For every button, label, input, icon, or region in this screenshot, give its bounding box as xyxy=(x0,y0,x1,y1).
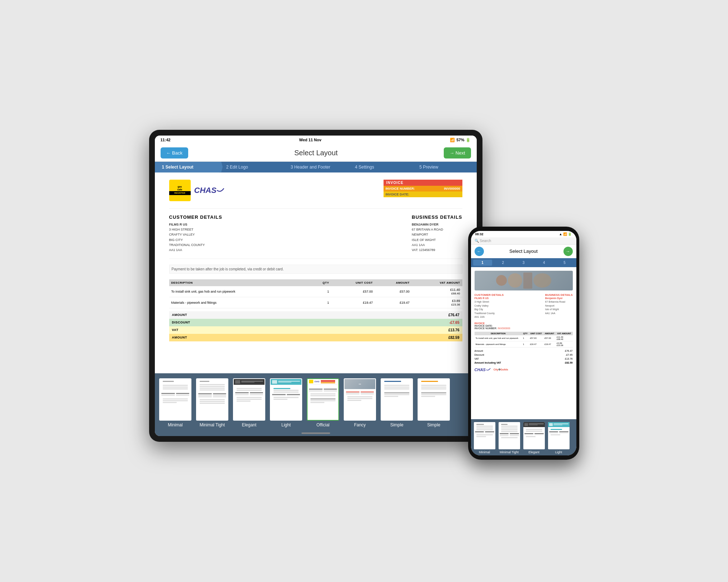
invoice-details-row: CUSTOMER DETAILS FILMS R US 3 HIGH STREE… xyxy=(169,208,462,259)
layout-strip: Minimal M xyxy=(155,373,477,430)
business-name: BENJAMIN DYER xyxy=(412,222,462,227)
tablet-status-bar: 11:42 Wed 11 Nov 📶 57% 🔋 xyxy=(155,136,477,145)
invoice-header-row: gassafe REGISTER CHAS INVOICE xyxy=(169,180,462,201)
phone-layout-label-elegant: Elegant xyxy=(528,450,539,454)
phone-back-button[interactable]: ← xyxy=(475,247,484,256)
phone-layout-label-minimal-tight: Minimal Tight xyxy=(500,450,519,454)
phone-page-title: Select Layout xyxy=(509,249,538,254)
progress-step-2[interactable]: 2 Edit Logo xyxy=(219,162,284,172)
progress-step-1[interactable]: 1 Select Layout xyxy=(155,162,219,172)
phone-layout-thumb-elegant xyxy=(523,422,545,449)
phone-step-3[interactable]: 3 xyxy=(514,260,533,266)
phone-step-5[interactable]: 5 xyxy=(555,260,574,266)
table-row: To install sink unit, gas hob and run pi… xyxy=(475,335,573,341)
customer-name: FILMS R US xyxy=(169,222,222,227)
phone-step-2[interactable]: 2 xyxy=(494,260,513,266)
layout-label-simple2: Simple xyxy=(427,422,441,427)
phone-layout-thumb-minimal xyxy=(474,422,495,449)
phone-invoice-img-top xyxy=(475,271,573,290)
chas-checkmark xyxy=(217,188,224,193)
search-icon: 🔍 xyxy=(475,239,480,243)
layout-label-elegant: Elegant xyxy=(242,422,257,427)
page-title: Select Layout xyxy=(294,149,338,157)
layout-thumb-simple2 xyxy=(418,378,450,421)
table-row: Materials - pipework and fittings 1 £19.… xyxy=(475,341,573,347)
layout-item-simple[interactable]: Simple xyxy=(380,378,414,427)
phone-layout-strip: Minimal Minimal Tight xyxy=(471,419,576,455)
phone-next-button[interactable]: → xyxy=(563,247,573,256)
phone-layout-item-minimal[interactable]: Minimal xyxy=(473,422,496,454)
layout-thumb-minimal-tight xyxy=(196,378,228,421)
phone: 08:32 ▲ 📶 🔋 🔍 Search ← Select Layout → 1… xyxy=(468,227,579,460)
layout-thumb-simple xyxy=(381,378,413,421)
logo-area: gassafe REGISTER CHAS xyxy=(169,180,224,201)
layout-label-minimal-tight: Minimal Tight xyxy=(200,422,225,427)
phone-signal: ▲ 📶 🔋 xyxy=(559,232,572,236)
phone-invoice-section: INVOICE INVOICE DATE: INVOICE NUMBER: IN… xyxy=(475,322,573,330)
phone-layout-item-elegant[interactable]: Elegant xyxy=(523,422,546,454)
invoice-preview: gassafe REGISTER CHAS INVOICE xyxy=(155,172,477,373)
tablet-header: ← Back Select Layout → Next xyxy=(155,145,477,162)
scroll-indicator xyxy=(155,430,477,436)
progress-step-5[interactable]: 5 Preview xyxy=(412,162,477,172)
phone-business-details: BUSINESS DETAILS Benjamin Dyer67 Britann… xyxy=(545,293,573,316)
totals-discount-row: DISCOUNT -£7.65 xyxy=(169,319,462,326)
payment-note: Payment to be taken after the job is com… xyxy=(169,265,462,274)
layout-item-official[interactable]: CHAS Official xyxy=(306,378,340,427)
phone-layout-item-minimal-tight[interactable]: Minimal Tight xyxy=(498,422,521,454)
tablet-date: Wed 11 Nov xyxy=(299,138,321,142)
phone-step-1[interactable]: 1 xyxy=(473,260,492,266)
phone-invoice-table: DESCRIPTION QTY UNIT COST AMOUNT VAT AMO… xyxy=(475,332,573,347)
business-address: 67 BRITANN A ROADNEWPORTISLE OF WIGHTAA1… xyxy=(412,227,462,253)
totals-vat-row: VAT £13.76 xyxy=(169,326,462,334)
layout-label-minimal: Minimal xyxy=(168,422,182,427)
phone-layout-thumb-light xyxy=(548,422,570,449)
layout-thumb-official: CHAS xyxy=(307,378,339,421)
phone-invoice-preview: CUSTOMER DETAILS FILMS R US3 High Street… xyxy=(471,267,576,419)
gas-safe-logo: gassafe REGISTER xyxy=(169,180,191,201)
layout-item-elegant[interactable]: Elegant xyxy=(232,378,266,427)
layout-item-simple2[interactable]: Simple xyxy=(417,378,451,427)
phone-screen: 08:32 ▲ 📶 🔋 🔍 Search ← Select Layout → 1… xyxy=(471,231,576,455)
phone-status-bar: 08:32 ▲ 📶 🔋 xyxy=(471,231,576,237)
layout-thumb-fancy: ▪▪▪ xyxy=(344,378,376,421)
layout-label-official: Official xyxy=(317,422,329,427)
phone-layout-thumb-minimal-tight xyxy=(499,422,520,449)
phone-steps: 1 2 3 4 5 xyxy=(471,258,576,267)
phone-inv-logos: CHAS City⚙Guilds xyxy=(475,368,573,372)
layout-label-fancy: Fancy xyxy=(354,422,366,427)
totals-total-row: AMOUNT £82.59 xyxy=(169,334,462,341)
layout-item-minimal-tight[interactable]: Minimal Tight xyxy=(195,378,229,427)
layout-item-light[interactable]: Light xyxy=(269,378,303,427)
progress-step-4[interactable]: 4 Settings xyxy=(348,162,412,172)
phone-header: ← Select Layout → xyxy=(471,245,576,258)
layout-item-minimal[interactable]: Minimal xyxy=(158,378,192,427)
phone-search-bar: 🔍 Search xyxy=(471,237,576,245)
back-button[interactable]: ← Back xyxy=(161,147,189,158)
progress-step-3[interactable]: 3 Header and Footer xyxy=(284,162,348,172)
scroll-pill xyxy=(301,432,330,434)
phone-time: 08:32 xyxy=(475,232,484,236)
phone-customer-details: CUSTOMER DETAILS FILMS R US3 High Street… xyxy=(475,293,504,319)
customer-address: 3 HIGH STREETCRAFTY VALLEYBIG CITYTRADIT… xyxy=(169,227,222,253)
tablet-screen: 11:42 Wed 11 Nov 📶 57% 🔋 ← Back Select L… xyxy=(155,136,477,436)
layout-item-fancy[interactable]: ▪▪▪ Fancy xyxy=(343,378,377,427)
phone-inv-header: CUSTOMER DETAILS FILMS R US3 High Street… xyxy=(475,293,573,319)
phone-invoice-totals: Amount£76.47 Discount-£7.65 VAT£13.76 Am… xyxy=(475,349,573,365)
invoice-badge-title: INVOICE xyxy=(384,180,462,186)
totals-amount-row: AMOUNT £76.47 xyxy=(169,311,462,319)
phone-step-4[interactable]: 4 xyxy=(534,260,553,266)
next-button[interactable]: → Next xyxy=(444,147,471,158)
phone-layout-label-light: Light xyxy=(555,450,562,454)
layout-thumb-light xyxy=(270,378,302,421)
progress-bar: 1 Select Layout 2 Edit Logo 3 Header and… xyxy=(155,162,477,172)
table-row: To install sink unit, gas hob and run pi… xyxy=(169,286,462,297)
invoice-date-row: INVOICE DATE: xyxy=(384,191,462,197)
phone-layout-item-light[interactable]: Light xyxy=(547,422,570,454)
invoice-number-row: INVOICE NUMBER: INV000000 xyxy=(384,186,462,191)
phone-layout-label-minimal: Minimal xyxy=(479,450,490,454)
invoice-badge-area: INVOICE INVOICE NUMBER: INV000000 INVOIC… xyxy=(384,180,462,201)
layout-thumb-elegant xyxy=(233,378,265,421)
chas-logo: CHAS xyxy=(194,186,224,195)
layout-label-simple: Simple xyxy=(390,422,404,427)
